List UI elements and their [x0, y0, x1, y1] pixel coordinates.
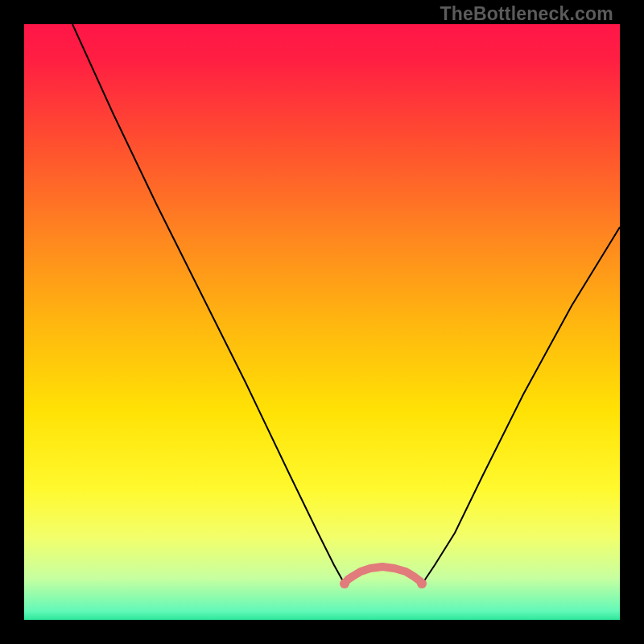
watermark-text: TheBottleneck.com — [440, 3, 613, 25]
valley-highlight — [345, 567, 422, 584]
bottleneck-curve — [72, 24, 620, 584]
valley-endpoint-dot — [340, 579, 349, 588]
chart-frame — [24, 24, 620, 620]
valley-endpoint-dot — [417, 579, 427, 588]
chart-plot — [24, 24, 620, 620]
